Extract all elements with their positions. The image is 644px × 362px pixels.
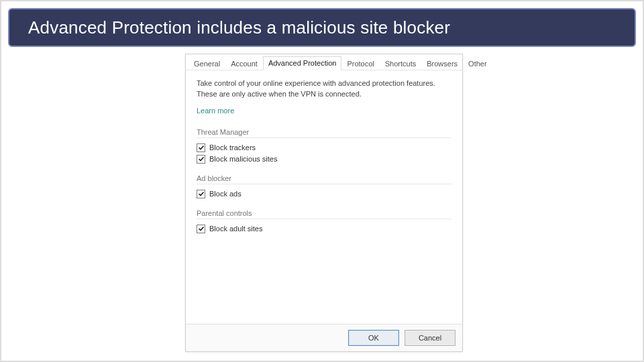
checkbox-icon[interactable]: [197, 143, 205, 152]
tab-general[interactable]: General: [189, 57, 225, 70]
annotation-banner-text: Advanced Protection includes a malicious…: [28, 17, 450, 38]
description-text: Take control of your online experience w…: [197, 78, 451, 100]
tab-shortcuts[interactable]: Shortcuts: [380, 57, 421, 70]
tab-other[interactable]: Other: [463, 57, 492, 70]
checkbox-icon[interactable]: [197, 225, 205, 233]
tab-advanced-protection[interactable]: Advanced Protection: [263, 56, 342, 70]
option-label: Block trackers: [209, 143, 256, 152]
tab-account[interactable]: Account: [225, 57, 263, 70]
option-block-malicious-sites[interactable]: Block malicious sites: [197, 154, 451, 165]
option-label: Block malicious sites: [209, 155, 277, 163]
checkbox-icon[interactable]: [197, 190, 205, 198]
learn-more-link[interactable]: Learn more: [197, 107, 234, 115]
tab-protocol[interactable]: Protocol: [341, 57, 379, 70]
tab-browsers[interactable]: Browsers: [421, 57, 463, 70]
cancel-button[interactable]: Cancel: [405, 330, 455, 346]
section-parental-controls: Parental controls: [197, 209, 451, 219]
option-label: Block ads: [209, 190, 241, 198]
checkbox-icon[interactable]: [197, 155, 205, 164]
option-block-adult-sites[interactable]: Block adult sites: [197, 223, 451, 235]
option-block-ads[interactable]: Block ads: [197, 188, 451, 200]
options-dialog: General Account Advanced Protection Prot…: [185, 54, 463, 352]
section-ad-blocker: Ad blocker: [197, 174, 451, 184]
tabs-bar: General Account Advanced Protection Prot…: [186, 54, 462, 70]
section-threat-manager: Threat Manager: [197, 128, 451, 138]
option-block-trackers[interactable]: Block trackers: [197, 142, 451, 154]
annotation-banner: Advanced Protection includes a malicious…: [8, 8, 636, 47]
option-label: Block adult sites: [209, 225, 262, 233]
tab-content: Take control of your online experience w…: [186, 70, 462, 324]
ok-button[interactable]: OK: [348, 330, 399, 346]
dialog-button-bar: OK Cancel: [186, 324, 462, 351]
